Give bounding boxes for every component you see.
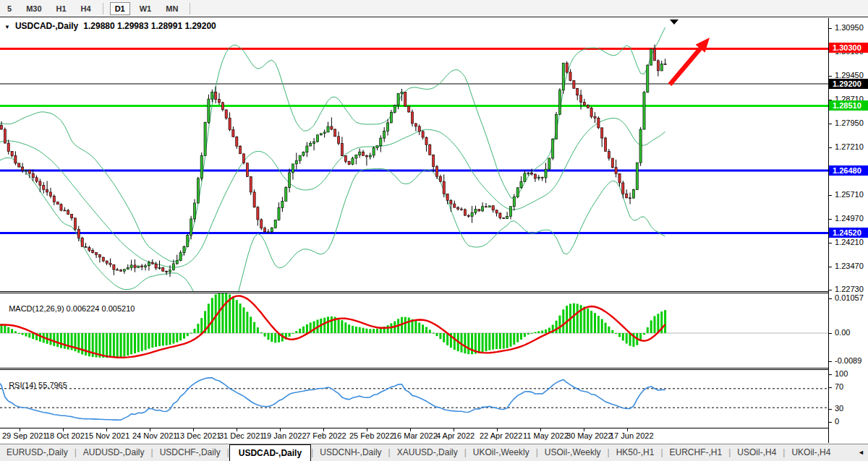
tab-usdchf-daily[interactable]: USDCHF-,Daily [153, 444, 227, 461]
candle-body [626, 194, 628, 198]
timeframe-toolbar: 5M30H1H4D1W1MN [0, 0, 868, 17]
candle-body [225, 110, 227, 119]
macd-histogram-bar [510, 333, 512, 347]
tab-audusd-daily[interactable]: AUDUSD-,Daily [77, 444, 151, 461]
tab-usdcnh-daily[interactable]: USDCNH-,Daily [313, 444, 388, 461]
tab-xauusd-daily[interactable]: XAUUSD-,Daily [391, 444, 464, 461]
candle-body [531, 173, 533, 174]
timeframe-button-h4[interactable]: H4 [76, 2, 96, 15]
candle-body [556, 115, 558, 139]
candle-body [4, 129, 6, 143]
macd-histogram-bar [654, 316, 656, 333]
price-axis-label: 1.30950 [835, 23, 864, 32]
candle-body [151, 262, 153, 264]
candle-body [236, 137, 238, 146]
candle-body [488, 206, 490, 207]
macd-histogram-bar [56, 333, 59, 347]
candle-body [471, 213, 473, 217]
candle-body [611, 158, 613, 168]
candle-body [534, 174, 536, 178]
macd-histogram-bar [365, 329, 367, 333]
macd-histogram-bar [25, 333, 27, 337]
tab-usoil-weekly[interactable]: USOil-,Weekly [538, 444, 608, 461]
timeframe-button-5[interactable]: 5 [2, 2, 17, 15]
time-axis[interactable]: 29 Sep 202118 Oct 20215 Nov 202124 Nov 2… [0, 428, 828, 443]
timeframe-button-m30[interactable]: M30 [21, 2, 46, 15]
tab-eurusd-daily[interactable]: EURUSD-,Daily [0, 444, 75, 461]
rsi-indicator-panel[interactable] [0, 370, 828, 428]
candle-body [509, 207, 511, 217]
price-axis-label: 0 [835, 417, 839, 426]
macd-histogram-bar [130, 333, 132, 354]
tab-hk50-h1[interactable]: HK50-,H1 [610, 444, 661, 461]
macd-histogram-bar [535, 332, 537, 334]
tab-ukoil-h4[interactable]: UKOil-,H4 [785, 444, 837, 461]
macd-histogram-bar [516, 333, 519, 342]
price-axis-label: 0.01057 [835, 293, 864, 302]
timeframe-button-mn[interactable]: MN [161, 2, 183, 15]
tab-usdcad-daily[interactable]: USDCAD-,Daily [229, 444, 311, 461]
axis-tick-mark [829, 409, 832, 410]
macd-histogram-bar [22, 333, 24, 335]
macd-histogram-bar [225, 293, 227, 333]
chart-dropdown-icon[interactable]: ▼ [4, 24, 10, 30]
macd-histogram-bar [151, 333, 153, 348]
tab-eurchf-h1[interactable]: EURCHF-,H1 [663, 444, 729, 461]
macd-histogram-bar [608, 327, 610, 333]
timeframe-button-h1[interactable]: H1 [51, 2, 72, 15]
candle-body [492, 206, 494, 210]
macd-histogram-bar [292, 333, 294, 334]
candle-body [166, 271, 168, 272]
axis-tick-mark [829, 290, 832, 290]
candle-body [513, 197, 515, 207]
macd-histogram-bar [650, 320, 652, 333]
candle-body [495, 210, 498, 213]
macd-histogram-bar [18, 333, 20, 334]
tab-scroll-left-icon[interactable]: ◄ [858, 449, 864, 456]
chart-shift-marker-icon[interactable] [670, 20, 678, 25]
tab-usoil-h4[interactable]: USOil-,H4 [731, 444, 783, 461]
tab-ukoil-weekly[interactable]: UKOil-,Weekly [467, 444, 536, 461]
candle-body [657, 61, 659, 71]
candle-body [232, 130, 234, 137]
candle-body [537, 177, 540, 178]
price-axis[interactable]: 1.309501.301901.294501.287101.279501.272… [828, 18, 868, 443]
axis-tick-mark [829, 124, 832, 124]
trend-arrow[interactable] [668, 38, 710, 86]
macd-histogram-bar [116, 333, 119, 358]
macd-histogram-bar [253, 322, 255, 333]
date-label: 25 Feb 2022 [349, 431, 394, 440]
date-label: 5 Nov 2021 [89, 431, 129, 440]
candle-body [204, 123, 206, 156]
candle-body [246, 163, 248, 177]
macd-histogram-bar [257, 327, 259, 333]
candle-body [443, 181, 445, 194]
candle-body [134, 265, 136, 267]
macd-histogram-bar [81, 333, 83, 355]
candle-body [414, 124, 417, 126]
macd-histogram-bar [141, 333, 143, 351]
macd-histogram-bar [85, 333, 87, 356]
candle-body [583, 102, 585, 105]
candle-body [411, 112, 413, 124]
price-axis-label: 70 [835, 382, 843, 391]
candle-body [320, 134, 322, 135]
macd-histogram-bar [113, 333, 115, 358]
timeframe-button-w1[interactable]: W1 [135, 2, 157, 15]
timeframe-button-d1[interactable]: D1 [110, 2, 130, 15]
candle-body [28, 171, 30, 174]
macd-histogram-bar [183, 333, 185, 339]
candle-body [264, 228, 266, 232]
candle-body [429, 145, 431, 155]
candle-body [605, 138, 607, 151]
macd-histogram-bar [605, 323, 607, 333]
main-price-chart[interactable] [0, 18, 828, 291]
candle-body [22, 167, 24, 171]
candle-body [390, 112, 392, 123]
macd-histogram-bar [211, 298, 213, 333]
candle-body [460, 209, 462, 210]
macd-histogram-bar [454, 333, 456, 350]
macd-histogram-bar [418, 323, 420, 334]
macd-histogram-bar [268, 333, 270, 340]
macd-histogram-bar [506, 333, 509, 348]
